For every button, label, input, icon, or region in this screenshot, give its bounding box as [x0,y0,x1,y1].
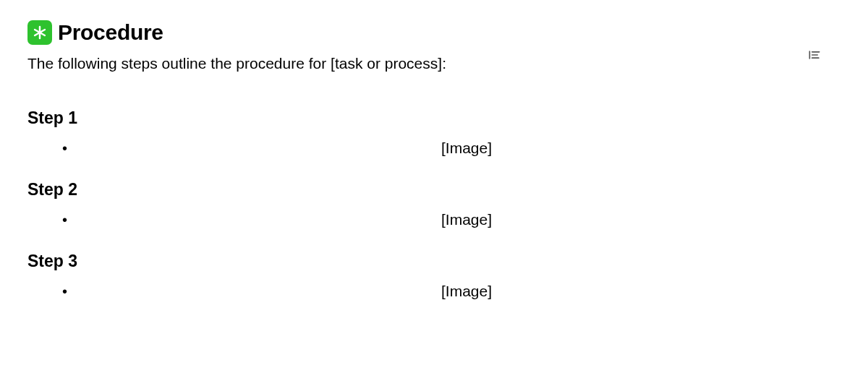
step-block: Step 2 • [Image] [27,180,841,230]
outline-toggle-icon [807,48,822,62]
asterisk-square-icon [27,20,52,45]
image-placeholder: [Image] [93,138,841,158]
step-block: Step 3 • [Image] [27,252,841,301]
bullet-marker: • [27,138,93,158]
step-heading: Step 2 [27,180,841,200]
bullet-marker: • [27,210,93,230]
image-placeholder: [Image] [93,210,841,230]
step-row: • [Image] [27,138,841,158]
step-row: • [Image] [27,281,841,301]
intro-text: The following steps outline the procedur… [27,55,841,72]
page-title: Procedure [58,20,163,45]
step-heading: Step 1 [27,108,841,128]
step-row: • [Image] [27,210,841,230]
page-header: Procedure [27,20,841,45]
bullet-marker: • [27,281,93,301]
step-block: Step 1 • [Image] [27,108,841,158]
step-heading: Step 3 [27,252,841,271]
image-placeholder: [Image] [93,281,841,301]
outline-toggle-button[interactable] [804,45,825,65]
